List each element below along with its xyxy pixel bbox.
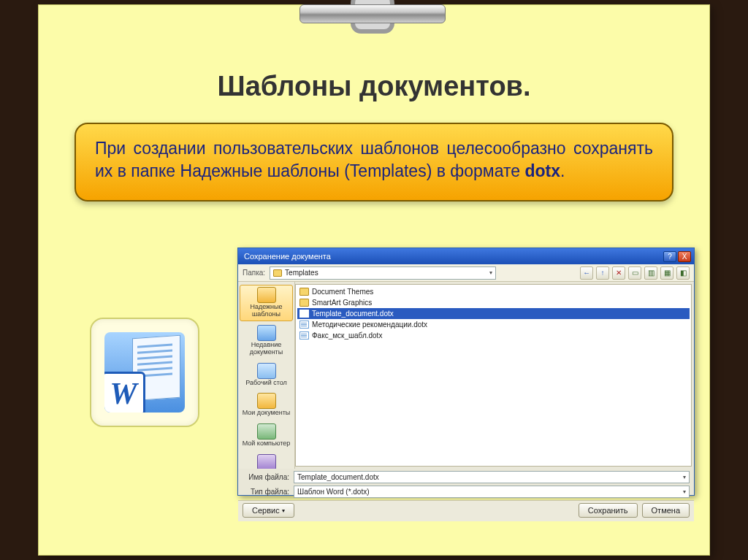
- place-icon: [257, 454, 276, 469]
- callout-text: При создании пользовательских шаблонов ц…: [95, 137, 653, 183]
- filetype-label: Тип файла:: [243, 488, 289, 496]
- place-item[interactable]: Недавние документы: [240, 323, 293, 359]
- folder-label: Папка:: [243, 269, 265, 277]
- file-name: SmartArt Graphics: [312, 299, 372, 307]
- save-as-dialog: Сохранение документа ? X Папка: Template…: [237, 248, 695, 496]
- chevron-down-icon: ▾: [489, 269, 492, 276]
- place-label: Надежные шаблоны: [240, 304, 292, 318]
- callout-box: При создании пользовательских шаблонов ц…: [75, 123, 673, 202]
- folder-combo[interactable]: Templates ▾: [270, 266, 496, 280]
- new-folder-button[interactable]: ▭: [628, 266, 641, 280]
- place-label: Мои документы: [240, 410, 292, 417]
- dialog-title: Сохранение документа: [244, 252, 331, 261]
- place-item[interactable]: Рабочий стол: [240, 361, 293, 390]
- place-label: Рабочий стол: [240, 380, 292, 387]
- folder-icon: [299, 288, 309, 296]
- chevron-down-icon[interactable]: ▾: [683, 474, 686, 480]
- place-icon: [257, 393, 276, 409]
- place-icon: [257, 423, 276, 440]
- folder-icon: [299, 299, 309, 307]
- place-item[interactable]: Мои документы: [240, 391, 293, 420]
- chevron-down-icon[interactable]: ▾: [683, 488, 686, 495]
- folder-icon: [273, 269, 282, 277]
- file-row[interactable]: Методические рекомендации.dotx: [297, 319, 690, 330]
- place-icon: [257, 363, 276, 379]
- tool-button-1[interactable]: ▦: [660, 266, 673, 280]
- file-row[interactable]: Факс_мск_шабл.dotx: [297, 330, 690, 341]
- views-button[interactable]: ▥: [644, 266, 657, 280]
- file-row[interactable]: Document Themes: [297, 286, 690, 297]
- file-row[interactable]: Template_document.dotx: [297, 308, 690, 319]
- filetype-value: Шаблон Word (*.dotx): [297, 488, 370, 496]
- file-name: Факс_мск_шабл.dotx: [312, 331, 382, 340]
- file-list[interactable]: Document ThemesSmartArt GraphicsTemplate…: [295, 284, 692, 467]
- filename-value: Template_document.dotx: [297, 473, 379, 481]
- up-button[interactable]: ↑: [596, 266, 609, 280]
- filetype-combo[interactable]: Шаблон Word (*.dotx) ▾: [294, 486, 690, 498]
- delete-button[interactable]: ✕: [612, 266, 625, 280]
- dotx-file-icon: [299, 321, 309, 329]
- file-name: Template_document.dotx: [312, 310, 394, 318]
- back-button[interactable]: ←: [580, 266, 593, 280]
- folder-value: Templates: [285, 269, 318, 277]
- chevron-down-icon: ▾: [282, 507, 285, 514]
- slide-title: Шаблоны документов.: [39, 71, 709, 102]
- place-label: Мой компьютер: [240, 440, 292, 448]
- file-name: Document Themes: [312, 288, 373, 296]
- place-item[interactable]: Сетевое окружение: [240, 452, 293, 469]
- places-bar: Надежные шаблоныНедавние документыРабочи…: [238, 282, 295, 469]
- word-app-tile: W: [90, 318, 199, 427]
- dialog-toolbar: Папка: Templates ▾ ← ↑ ✕ ▭ ▥ ▦ ◧: [238, 264, 694, 282]
- place-label: Недавние документы: [240, 342, 292, 356]
- tool-button-2[interactable]: ◧: [676, 266, 690, 280]
- word-w-icon: W: [104, 372, 145, 413]
- binder-clip-icon: [299, 0, 446, 53]
- file-name: Методические рекомендации.dotx: [312, 321, 427, 329]
- tools-button[interactable]: Сервис▾: [243, 503, 294, 518]
- slide: Шаблоны документов. При создании пользов…: [38, 4, 710, 556]
- help-button[interactable]: ?: [663, 251, 676, 262]
- filename-input[interactable]: Template_document.dotx ▾: [294, 471, 690, 483]
- place-item[interactable]: Надежные шаблоны: [240, 285, 293, 321]
- file-row[interactable]: SmartArt Graphics: [297, 297, 690, 308]
- dialog-titlebar[interactable]: Сохранение документа ? X: [238, 248, 694, 264]
- dotx-file-icon: [299, 310, 309, 318]
- dotx-file-icon: [299, 331, 309, 340]
- save-button[interactable]: Сохранить: [579, 503, 638, 518]
- cancel-button[interactable]: Отмена: [642, 503, 690, 518]
- place-icon: [257, 325, 276, 341]
- filename-label: Имя файла:: [243, 473, 289, 481]
- place-icon: [257, 287, 276, 303]
- close-button[interactable]: X: [678, 251, 691, 262]
- place-item[interactable]: Мой компьютер: [240, 421, 293, 450]
